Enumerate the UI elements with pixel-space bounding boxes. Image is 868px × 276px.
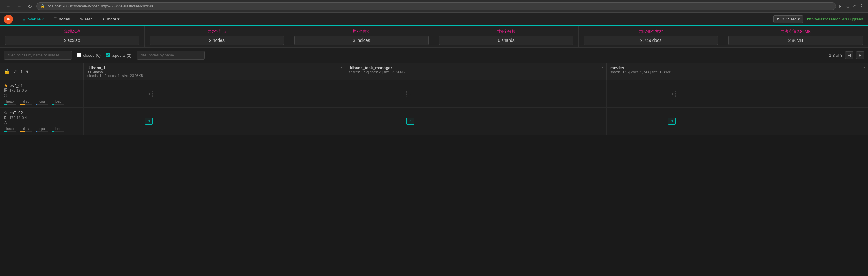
dropdown-ctrl-icon[interactable]: ▾ [26, 68, 29, 75]
url-text: localhost:9000/#/overview?host=http:%2F%… [47, 4, 154, 8]
shard-box-active-3[interactable]: 0 [668, 118, 675, 125]
back-button[interactable]: ← [4, 3, 12, 9]
menu-icon[interactable]: ⋮ [859, 3, 864, 9]
stat-cluster-name: 集群名称 xiaoxiao [0, 26, 145, 48]
heap-label-2: heap [6, 127, 13, 131]
index2-header-content: .kibana_task_manager shards: 1 * 2| docs… [349, 65, 602, 74]
disk-bar [20, 104, 32, 105]
stat-shards: 共6个分片 6 shards [434, 26, 579, 48]
master-star-es7-01[interactable]: ★ [4, 83, 8, 88]
forward-button[interactable]: → [15, 3, 24, 9]
load-label-2: load [55, 127, 62, 131]
node-ip-row-es7-01: 🗄 172.18.0.5 [4, 88, 80, 93]
shard-box-active-1[interactable]: 0 [145, 118, 152, 125]
shard-box-dashed-1[interactable]: 0 [145, 90, 152, 98]
lock-icon: 🔒 [40, 4, 45, 8]
bookmark-icon[interactable]: ☆ [846, 3, 850, 9]
cpu-fill [36, 104, 37, 105]
shard-es7-02-ktm-col2 [476, 108, 607, 135]
special-checkbox-label[interactable]: .special (2) [105, 53, 132, 58]
shard-es7-01-ktm-col2 [476, 80, 607, 108]
closed-checkbox-label[interactable]: closed (0) [77, 53, 101, 58]
closed-checkbox[interactable] [77, 53, 81, 57]
nodes-label: nodes [59, 17, 70, 21]
special-label: .special (2) [112, 53, 132, 58]
node-info-es7-01: ★ es7_01 🗄 172.18.0.5 ⬡ heap disk [4, 83, 80, 105]
shard-box-dashed-3[interactable]: 0 [668, 90, 675, 98]
expand-icon[interactable]: ⤢ [13, 68, 17, 75]
closed-label: closed (0) [83, 53, 101, 58]
shard-es7-02-movies-col1: 0 [607, 108, 737, 135]
stat-label-5: 共占空间2.86MB [728, 29, 863, 34]
special-checkbox[interactable] [105, 53, 110, 57]
index-filter-input[interactable] [4, 51, 72, 59]
browser-chrome: ← → ↻ 🔒 localhost:9000/#/overview?host=h… [0, 0, 868, 13]
index3-name[interactable]: movies [610, 65, 671, 70]
index2-dropdown-arrow[interactable]: ▾ [602, 65, 604, 70]
index1-dropdown-arrow[interactable]: ▾ [340, 65, 342, 70]
node-action-row-es7-01: ⬡ [4, 93, 80, 98]
nav-right: ↺ ↺ 15sec ▾ http://elasticsearch:9200 [g… [773, 15, 864, 23]
stat-docs: 共9749个文档 9,749 docs [579, 26, 723, 48]
disk-label-2: disk [23, 127, 29, 131]
master-star-es7-02[interactable]: ☆ [4, 110, 8, 115]
node-controls-header: 🔓 ⤢ ↕ ▾ [0, 63, 84, 80]
stat-value-1: 2 nodes [150, 36, 284, 45]
load-fill [52, 104, 54, 105]
more-label: more ▾ [107, 17, 119, 21]
index3-dropdown-arrow[interactable]: ▾ [863, 65, 865, 70]
stat-value-4: 9,749 docs [584, 36, 718, 45]
index3-header-content: movies shards: 1 * 2| docs: 9,743 | size… [610, 65, 864, 74]
stat-value-3: 6 shards [439, 36, 574, 45]
shard-es7-02-movies-col2 [737, 108, 868, 135]
cpu-label-2: cpu [39, 127, 45, 131]
action-icon-es7-01[interactable]: ⬡ [4, 93, 7, 98]
node-ip-es7-01: 172.18.0.5 [9, 88, 27, 93]
stat-nodes: 共2个节点 2 nodes [145, 26, 289, 48]
rest-label: rest [85, 17, 92, 21]
nav-rest[interactable]: ✎ rest [75, 14, 96, 24]
metric-heap-es7-02: heap [4, 127, 16, 132]
pagination-text: 1-3 of 3 [829, 53, 843, 58]
address-bar[interactable]: 🔒 localhost:9000/#/overview?host=http:%2… [36, 2, 836, 10]
index3-meta: shards: 1 * 2| docs: 9,743 | size: 1.38M… [610, 70, 671, 74]
nav-nodes[interactable]: ☰ nodes [49, 14, 74, 24]
index2-name[interactable]: .kibana_task_manager [349, 65, 405, 70]
index1-name[interactable]: .kibana_1 [87, 65, 143, 70]
svg-point-1 [7, 18, 9, 21]
nav-more[interactable]: ✦ more ▾ [97, 14, 124, 24]
action-icon-es7-02[interactable]: ⬡ [4, 121, 7, 125]
shard-es7-01-movies-col2 [737, 80, 868, 108]
index1-meta: shards: 1 * 2| docs: 4 | size: 23.08KB [87, 74, 143, 78]
lock-toggle-icon[interactable]: 🔓 [4, 68, 10, 75]
more-icon: ✦ [102, 17, 105, 21]
cast-icon[interactable]: ⊡ [839, 3, 843, 9]
load-label: load [55, 100, 62, 103]
stats-bar: 集群名称 xiaoxiao 共2个节点 2 nodes 共3个索引 3 indi… [0, 26, 868, 48]
cpu-bar [36, 104, 48, 105]
shard-box-dashed-2[interactable]: 0 [406, 90, 414, 98]
disk-bar-2 [20, 131, 32, 132]
metric-cpu-es7-01: cpu [36, 100, 48, 105]
shard-box-active-2[interactable]: 0 [406, 118, 414, 125]
node-ip-es7-02: 172.18.0.4 [9, 116, 27, 120]
node-name-row-es7-01: ★ es7_01 [4, 83, 80, 88]
cpu-bar-2 [36, 131, 48, 132]
profile-icon[interactable]: ○ [853, 3, 856, 9]
sort-icon[interactable]: ↕ [20, 68, 23, 75]
shard-es7-01-ktm-col1: 0 [345, 80, 476, 108]
refresh-button[interactable]: ↺ ↺ 15sec ▾ [773, 15, 803, 23]
app-logo[interactable] [4, 15, 13, 24]
prev-page-button[interactable]: ◀ [845, 52, 854, 59]
next-page-button[interactable]: ▶ [856, 52, 864, 59]
stat-value-2: 3 indices [294, 36, 429, 45]
reload-button[interactable]: ↻ [26, 3, 34, 10]
nav-overview[interactable]: ⊞ overview [18, 14, 48, 24]
heap-label: heap [6, 100, 13, 103]
top-nav: ⊞ overview ☰ nodes ✎ rest ✦ more ▾ ↺ ↺ 1… [0, 13, 868, 26]
load-bar-2 [52, 131, 64, 132]
node-filter-input[interactable] [136, 51, 205, 59]
heap-fill [4, 104, 7, 105]
shard-es7-01-kibana1-col2 [214, 80, 345, 108]
load-bar [52, 104, 64, 105]
